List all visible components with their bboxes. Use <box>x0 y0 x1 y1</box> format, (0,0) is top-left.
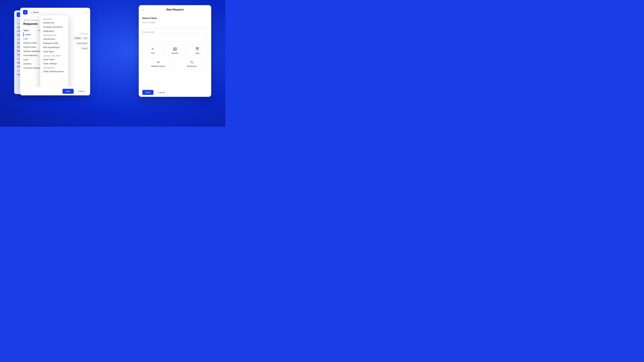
nav-notifications[interactable]: Notifications <box>40 29 68 33</box>
name-english-field: Name in English <box>142 21 208 29</box>
nav-employee-profile[interactable]: Employee profile <box>40 41 68 45</box>
org-section-mid: Organization <box>40 33 68 37</box>
field-type-grid-row1: ≡ Text 🔢 Number 📅 Date <box>142 45 208 56</box>
mid-panel: J ⌂ Home ↤ Account General Info Company … <box>20 8 90 95</box>
field-type-text[interactable]: ≡ Text <box>142 45 163 56</box>
name-english-label: Name in English <box>142 21 208 23</box>
name-arabic-label: Name in Arabic <box>142 31 208 33</box>
field-type-grid-row2: ≔ Multiple choices 📎 Attachment <box>142 58 208 69</box>
mid-panel-bottom-bar: Save Cancel <box>20 87 90 95</box>
home-icon-mid: ⌂ <box>31 11 32 13</box>
attachment-label: Attachment <box>187 65 197 67</box>
multiple-choices-label: Multiple choices <box>151 65 165 67</box>
save-button-mid[interactable]: Save <box>62 89 74 94</box>
badge-default: Default <box>74 37 82 39</box>
badge-annual: Annual <box>81 47 88 50</box>
new-request-title: New Request <box>166 8 184 11</box>
text-label: Text <box>151 52 154 54</box>
field-type-date[interactable]: 📅 Date <box>187 45 208 56</box>
attendance-section-mid: Attendance <box>40 66 68 69</box>
field-type-number[interactable]: 🔢 Number <box>165 45 186 56</box>
nav-asset-types[interactable]: Asset Types <box>40 49 68 54</box>
cancel-button-mid[interactable]: Cancel <box>75 89 88 94</box>
plus-icon: + <box>36 29 37 31</box>
text-icon: ≡ <box>152 47 154 51</box>
request-name-section-title: Request Name <box>142 17 208 19</box>
nav-general-info[interactable]: General Info <box>40 21 68 25</box>
name-english-input[interactable] <box>142 24 208 29</box>
cancel-button-new-request[interactable]: Cancel <box>155 90 168 95</box>
app-logo-mid: J <box>23 10 28 14</box>
types-column-label: Types <box>23 29 29 31</box>
collapse-sidebar-button[interactable]: ↤ <box>85 11 87 13</box>
nav-org-structure[interactable]: Org.Structure <box>40 37 68 41</box>
multiple-choices-icon: ≔ <box>156 60 160 64</box>
leaves-section-mid: Leaves & Holidays <box>40 54 68 57</box>
date-label: Date <box>195 52 199 54</box>
nav-public-holidays[interactable]: Public Holidays <box>40 62 68 66</box>
mid-sidebar: Account General Info Company Documents N… <box>40 15 68 95</box>
name-arabic-field: Name in Arabic <box>142 31 208 42</box>
new-request-bottom-bar: Save Cancel <box>139 88 211 97</box>
home-button-mid[interactable]: ⌂ Home <box>29 10 40 14</box>
new-request-header: ↤ New Request <box>139 5 211 14</box>
nav-leave-types[interactable]: Leave Types <box>40 57 68 62</box>
number-icon: 🔢 <box>173 47 177 51</box>
badge-custom-leave: CustomLeave <box>76 42 88 45</box>
new-request-body: Request Name Name in English Name in Ara… <box>139 14 211 88</box>
account-section-mid: Account <box>40 17 68 21</box>
new-request-panel: ↤ New Request Request Name Name in Engli… <box>139 5 211 97</box>
attachment-icon: 📎 <box>190 60 194 64</box>
badge-sick: Sick <box>82 37 88 39</box>
date-icon: 📅 <box>195 47 199 51</box>
nav-shifts[interactable]: Shifts & Working Hours <box>40 69 68 74</box>
number-label: Number <box>172 52 178 54</box>
nav-bulk-import[interactable]: Bulk import/Export <box>40 45 68 49</box>
nav-company-docs[interactable]: Company Documents <box>40 25 68 29</box>
leave-type-col-header: Leave type <box>80 33 88 34</box>
name-arabic-input[interactable] <box>142 34 208 42</box>
field-type-multiple[interactable]: ≔ Multiple choices <box>142 58 174 69</box>
field-type-attachment[interactable]: 📎 Attachment <box>176 58 208 69</box>
save-button-new-request[interactable]: Save <box>142 90 154 95</box>
close-icon[interactable]: ↤ <box>142 8 144 11</box>
